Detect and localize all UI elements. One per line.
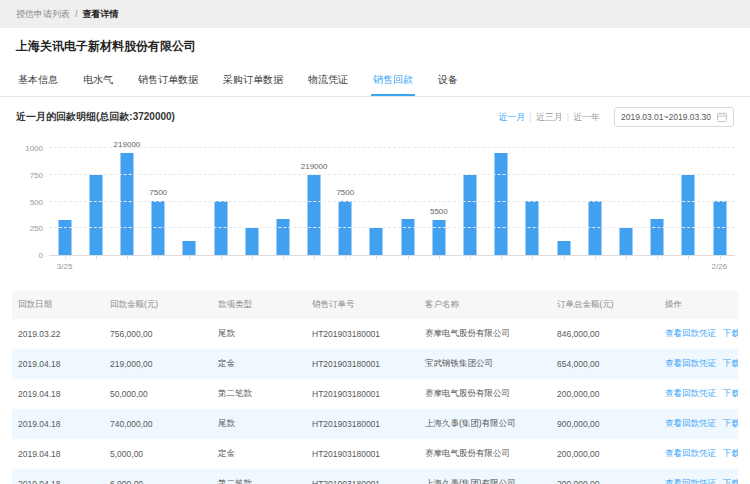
x-axis-tick — [158, 255, 159, 259]
view-repayment-voucher-link[interactable]: 查看回款凭证 — [665, 418, 716, 428]
x-axis-tick — [470, 255, 471, 259]
tab-equipment[interactable]: 设备 — [436, 65, 460, 96]
table-row: 2019.04.1850,000,00第二笔款HT201903180001赛摩电… — [12, 379, 738, 409]
x-axis-tick — [564, 255, 565, 259]
range-option-last-year[interactable]: 近一年 — [573, 112, 600, 122]
payment-type: 定金 — [212, 358, 306, 370]
sales-order-no: HT201903180001 — [306, 479, 419, 484]
payment-type: 第二笔款 — [212, 478, 306, 484]
download-link[interactable]: 下载 — [723, 358, 738, 368]
x-axis-tick — [221, 255, 222, 259]
table-row: 2019.03.22756,000,00尾款HT201903180001赛摩电气… — [12, 319, 738, 349]
range-separator: | — [567, 112, 569, 122]
order-total-amount: 200,000,00 — [551, 449, 659, 459]
tab-sales-repayment[interactable]: 销售回款 — [371, 65, 415, 96]
x-axis-tick — [688, 255, 689, 259]
payment-type: 第二笔款 — [212, 388, 306, 400]
repayment-amount: 5,000,00 — [104, 449, 212, 459]
x-axis-tick — [345, 255, 346, 259]
bar-slot — [454, 149, 485, 255]
order-total-amount: 846,000,00 — [551, 329, 659, 339]
bar-value-label: 219000 — [114, 140, 141, 149]
repayment-amount: 219,000,00 — [104, 359, 212, 369]
bar-slot — [610, 149, 641, 255]
tab-basic-info[interactable]: 基本信息 — [16, 65, 60, 96]
tab-utilities[interactable]: 电水气 — [81, 65, 115, 96]
bar — [370, 228, 383, 255]
bar-slot — [392, 149, 423, 255]
download-link[interactable]: 下载 — [723, 418, 738, 428]
title-row: 上海关讯电子新材料股份有限公司 — [0, 28, 750, 61]
chart-plot-area: 219000750021900075005500 — [49, 149, 735, 256]
bar-slot — [80, 149, 111, 255]
x-axis-tick — [532, 255, 533, 259]
repayment-amount: 50,000,00 — [104, 389, 212, 399]
view-repayment-voucher-link[interactable]: 查看回款凭证 — [665, 328, 716, 338]
table-row: 2019.04.185,000,00定金HT201903180001赛摩电气股份… — [12, 439, 738, 469]
tab-logistics-voucher[interactable]: 物流凭证 — [306, 65, 350, 96]
download-link[interactable]: 下载 — [723, 328, 738, 338]
view-repayment-voucher-link[interactable]: 查看回款凭证 — [665, 448, 716, 458]
repayment-date: 2019.03.22 — [12, 329, 104, 339]
payment-type: 尾款 — [212, 328, 306, 340]
actions-cell: 查看回款凭证下载 — [659, 388, 738, 400]
actions-cell: 查看回款凭证下载 — [659, 328, 738, 340]
repayment-amount: 756,000,00 — [104, 329, 212, 339]
bar-slot — [49, 149, 80, 255]
range-option-last-3-months[interactable]: 近三月 — [536, 112, 563, 122]
bar — [183, 241, 196, 255]
table-row: 2019.04.18219,000,00定金HT201903180001宝武钢铁… — [12, 349, 738, 379]
download-link[interactable]: 下载 — [723, 388, 738, 398]
range-separator: | — [529, 112, 531, 122]
page: 授信申请列表 / 查看详情 上海关讯电子新材料股份有限公司 基本信息电水气销售订… — [0, 0, 750, 484]
repayment-bar-chart: 219000750021900075005500 025050075010003… — [15, 135, 735, 275]
column-header: 操作 — [659, 299, 738, 311]
table-header-row: 回款日期回款金额(元)款项类型销售订单号客户名称订单总金额(元)操作 — [12, 291, 738, 319]
column-header: 订单总金额(元) — [551, 299, 659, 311]
column-header: 款项类型 — [212, 299, 306, 311]
column-header: 回款日期 — [12, 299, 104, 311]
bar-slot — [548, 149, 579, 255]
range-option-last-month[interactable]: 近一月 — [498, 112, 525, 122]
gridline — [49, 201, 735, 202]
sales-order-no: HT201903180001 — [306, 449, 419, 459]
actions-cell: 查看回款凭证下载 — [659, 448, 738, 460]
table-row: 2019.04.18740,000,00尾款HT201903180001上海久事… — [12, 409, 738, 439]
chart-header: 近一月的回款明细(总回款:3720000) 近一月|近三月|近一年 2019.0… — [0, 97, 750, 133]
sales-order-no: HT201903180001 — [306, 389, 419, 399]
repayment-date: 2019.04.18 — [12, 389, 104, 399]
view-repayment-voucher-link[interactable]: 查看回款凭证 — [665, 478, 716, 484]
bar-value-label: 7500 — [149, 188, 167, 197]
download-link[interactable]: 下载 — [723, 448, 738, 458]
x-axis-tick — [252, 255, 253, 259]
y-axis-tick-label: 750 — [15, 171, 43, 180]
view-repayment-voucher-link[interactable]: 查看回款凭证 — [665, 358, 716, 368]
chart-bars: 219000750021900075005500 — [49, 149, 735, 255]
gridline — [49, 227, 735, 228]
download-link[interactable]: 下载 — [723, 478, 738, 484]
x-axis-tick — [96, 255, 97, 259]
bar-value-label: 219000 — [301, 162, 328, 171]
breadcrumb-link-credit-application-list[interactable]: 授信申请列表 — [16, 8, 70, 21]
tab-purchase-order-data[interactable]: 采购订单数据 — [221, 65, 285, 96]
repayment-amount: 6,000,00 — [104, 479, 212, 484]
bar-slot — [642, 149, 673, 255]
date-range-picker[interactable]: 2019.03.01~2019.03.30 — [614, 107, 734, 127]
bar-slot — [174, 149, 205, 255]
tab-sales-order-data[interactable]: 销售订单数据 — [136, 65, 200, 96]
bar — [464, 175, 477, 255]
bar-slot — [673, 149, 704, 255]
x-axis-tick — [283, 255, 284, 259]
bar — [58, 220, 71, 255]
payment-type: 定金 — [212, 448, 306, 460]
bar — [276, 219, 289, 255]
y-axis-tick-label: 500 — [15, 198, 43, 207]
bar — [557, 241, 570, 255]
x-axis-tick — [376, 255, 377, 259]
bar — [495, 153, 508, 255]
column-header: 回款金额(元) — [104, 299, 212, 311]
bar-slot — [205, 149, 236, 255]
bar-slot — [579, 149, 610, 255]
view-repayment-voucher-link[interactable]: 查看回款凭证 — [665, 388, 716, 398]
breadcrumb-current-page: 查看详情 — [83, 8, 119, 21]
